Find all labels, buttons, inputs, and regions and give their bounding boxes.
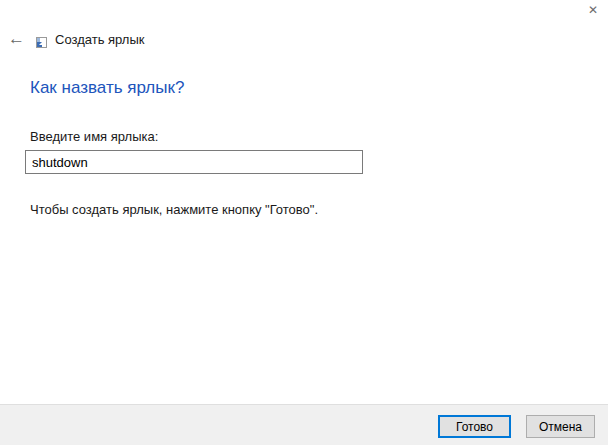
cancel-button[interactable]: Отмена — [526, 415, 595, 438]
page-heading: Как назвать ярлык? — [30, 78, 184, 98]
close-icon[interactable]: ✕ — [582, 1, 604, 19]
shortcut-icon — [36, 34, 47, 45]
footer-bar: Готово Отмена — [0, 404, 608, 445]
shortcut-name-input[interactable] — [25, 150, 363, 174]
create-shortcut-window: ✕ ← Создать ярлык Как назвать ярлык? Вве… — [0, 0, 608, 445]
window-title: Создать ярлык — [55, 32, 144, 47]
hint-text: Чтобы создать ярлык, нажмите кнопку "Гот… — [30, 202, 318, 217]
finish-button[interactable]: Готово — [438, 415, 511, 438]
back-arrow-icon[interactable]: ← — [8, 31, 25, 47]
wizard-header: ← Создать ярлык — [0, 31, 608, 51]
shortcut-name-label: Введите имя ярлыка: — [30, 129, 158, 144]
